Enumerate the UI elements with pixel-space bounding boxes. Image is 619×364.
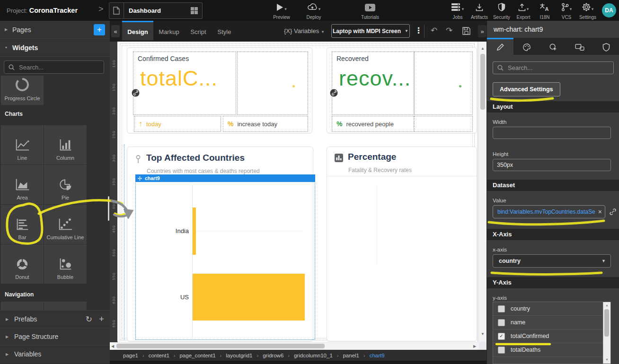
scrollbar-thumb[interactable] [480,54,485,110]
tab-script[interactable]: Script [185,21,212,40]
scroll-down-icon[interactable]: ▼ [605,358,609,361]
widget-search-input[interactable] [18,63,91,71]
scroll-left-icon[interactable]: ◀ [111,344,114,348]
variables-menu[interactable]: {X} Variables ▾ [284,21,324,42]
breadcrumb-page-content1[interactable]: page_content1 [179,353,215,358]
deploy-button[interactable]: ▾ Deploy [300,2,327,20]
xaxis-select[interactable]: country ▼ [493,254,611,268]
recovered-value[interactable]: recov... [339,66,411,91]
widget-tile-progress-circle[interactable]: Progress Circle [1,76,44,105]
widget-tile-partial[interactable] [1,302,44,310]
widget-tile-pie[interactable]: Pie [44,165,87,204]
breadcrumb-page1[interactable]: page1 [123,353,138,358]
width-input[interactable] [493,127,611,139]
height-input[interactable] [493,159,611,171]
increase-stat-cell[interactable]: % increase today [223,116,308,132]
scroll-down-icon[interactable]: ▼ [481,332,485,336]
sidebar-collapse-button[interactable]: « [111,25,120,37]
widget-tile-column[interactable]: Column [44,125,87,165]
widget-search[interactable] [4,61,104,74]
recovered-stat-cell[interactable]: % recovered people [332,116,414,132]
chevron-right-icon[interactable]: > [98,4,104,14]
yaxis-option-total-deaths[interactable]: totalDeaths [493,343,610,357]
tab-properties[interactable] [487,38,513,55]
properties-search-input[interactable] [507,64,599,72]
confirmed-cases-card[interactable]: Confirmed Cases totalC... ↑ today % incr… [127,47,312,133]
save-button[interactable] [462,26,471,35]
scrollbar-thumb[interactable] [116,344,325,348]
add-page-button[interactable]: + [94,24,105,35]
more-options-button[interactable]: ⋮ [415,26,423,35]
chevron-down-icon[interactable]: ▾ [592,7,594,11]
widget-tile-bubble[interactable]: Bubble [44,244,87,284]
tab-design[interactable]: Design [122,21,153,40]
sidebar-scrollbar[interactable] [108,196,109,221]
refresh-icon[interactable]: ↻ [86,314,92,324]
tab-events[interactable] [540,38,566,55]
yaxis-option-total-confirmed[interactable]: ✓ totalConfirmed [493,329,610,343]
tab-devices[interactable] [566,38,593,55]
checkbox-checked[interactable]: ✓ [498,333,505,340]
widgets-accordion[interactable]: ▼ Widgets [0,39,110,57]
pages-accordion[interactable]: ▶ Pages + [0,21,110,39]
breadcrumb-chart9[interactable]: chart9 [370,353,385,358]
selected-widget-header[interactable]: chart9 [135,174,315,182]
percentage-panel[interactable]: Percentage Fatality & Recovery rates [327,147,477,341]
variables-accordion[interactable]: ▶ Variables [0,345,110,363]
chevron-down-icon[interactable]: ▾ [570,7,572,11]
page-tab-dashboard[interactable]: Dashboard [109,2,203,19]
preview-button[interactable]: ▾ Preview [268,2,295,20]
scroll-up-icon[interactable]: ▲ [605,303,609,307]
yaxis-option-country[interactable]: country [493,302,610,316]
page-canvas[interactable]: Confirmed Cases totalC... ↑ today % incr… [117,42,477,342]
recovered-cell[interactable]: Recovered recov... [332,52,414,115]
widget-tile-line[interactable]: Line [1,125,44,165]
breadcrumb-gridcolumn10-1[interactable]: gridcolumn10_1 [294,353,333,358]
chevron-down-icon[interactable]: ▾ [462,7,464,11]
breadcrumb-gridrow6[interactable]: gridrow6 [263,353,283,358]
top-affected-countries-panel[interactable]: Top Affected Countries Countries with mo… [127,147,313,341]
empty-stat-cell[interactable] [414,116,473,132]
right-panel-expand-button[interactable]: » [478,25,486,37]
breadcrumb-content1[interactable]: content1 [149,353,169,358]
yaxis-option-name[interactable]: name [493,316,610,329]
bind-link-icon[interactable] [609,208,617,216]
tab-markup[interactable]: Markup [153,21,185,40]
dataset-value-input[interactable]: bind:Variables.mvTopCountries.dataSe × [493,205,605,218]
recovered-card[interactable]: Recovered recov... % recovered people [327,47,477,133]
confirmed-chart-cell[interactable] [237,52,308,115]
settings-button[interactable]: ▾ Settings [574,2,601,20]
widget-tile-area[interactable]: Area [1,165,44,204]
list-scrollbar[interactable]: ▲ ▼ [603,302,610,364]
undo-button[interactable]: ↶ [431,26,437,35]
tab-styles[interactable] [513,38,540,55]
scrollbar-thumb[interactable] [604,309,609,337]
canvas-horizontal-scrollbar[interactable]: ◀ ▶ [110,342,479,350]
checkbox[interactable] [498,305,505,312]
add-prefab-icon[interactable]: + [99,314,104,324]
tutorials-button[interactable]: Tutorials [356,2,384,20]
canvas-vertical-scrollbar[interactable]: ▲ ▼ [479,42,486,342]
page-structure-accordion[interactable]: ▶ Page Structure [0,328,110,345]
recovered-chart-cell[interactable] [414,52,473,115]
device-selector[interactable]: Laptop with MDPI Screen▼ [331,24,410,38]
tab-security[interactable] [593,38,619,55]
today-stat-cell[interactable]: ↑ today [134,116,221,132]
clear-binding-icon[interactable]: × [596,208,602,216]
widget-tile-bar[interactable]: Bar [1,205,44,244]
chevron-down-icon[interactable]: ▾ [284,7,287,11]
breadcrumb-panel1[interactable]: panel1 [343,353,359,358]
confirmed-cases-cell[interactable]: Confirmed Cases totalC... [133,52,236,115]
chevron-down-icon[interactable]: ▾ [318,7,321,11]
scroll-up-icon[interactable]: ▲ [481,46,485,51]
breadcrumb-layoutgrid1[interactable]: layoutgrid1 [226,353,252,358]
advanced-settings-button[interactable]: Advanced Settings [493,82,560,96]
chevron-down-icon[interactable]: ▾ [527,7,529,11]
scroll-right-icon[interactable]: ▶ [473,344,476,348]
redo-button[interactable]: ↷ [446,26,452,35]
total-confirmed-value[interactable]: totalC... [140,66,218,91]
prefabs-accordion[interactable]: ▶ Prefabs ↻+ [0,310,110,328]
tab-style[interactable]: Style [212,21,237,40]
user-avatar[interactable]: DA [602,3,616,17]
properties-search[interactable] [493,61,614,74]
